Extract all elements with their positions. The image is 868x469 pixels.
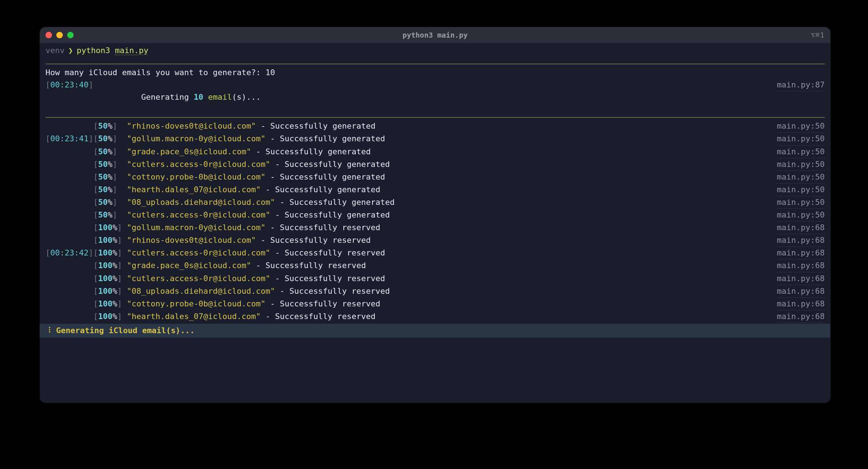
titlebar: python3 main.py ⌥⌘1: [40, 27, 830, 43]
generating-lead: Generating: [141, 92, 194, 102]
percent-badge: [100%]: [93, 221, 127, 234]
log-row: [100%]"rhinos-doves0t@icloud.com" - Succ…: [45, 234, 825, 247]
log-row: [50%]"rhinos-doves0t@icloud.com" - Succe…: [45, 120, 825, 133]
percent-badge: [50%]: [93, 184, 127, 196]
shell-prompt[interactable]: venv ❯ python3 main.py: [40, 43, 830, 57]
percent-badge: [50%]: [93, 133, 127, 145]
close-icon[interactable]: [45, 32, 52, 38]
source-ref: main.py:50: [777, 209, 825, 221]
spinner-icon: ⠸: [45, 324, 51, 337]
window-title: python3 main.py: [40, 31, 830, 39]
log-row: [50%]"grade.pace_0s@icloud.com" - Succes…: [45, 146, 825, 158]
log-content: "cottony.probe-0b@icloud.com" - Successf…: [127, 298, 772, 310]
timestamp: [00:23:40]: [45, 79, 93, 91]
percent-badge: [50%]: [93, 171, 127, 183]
log-row: [50%]"hearth.dales_07@icloud.com" - Succ…: [45, 184, 825, 196]
log-content: "gollum.macron-0y@icloud.com" - Successf…: [127, 221, 772, 234]
source-ref: main.py:50: [777, 146, 825, 158]
log-row: [100%]"hearth.dales_07@icloud.com" - Suc…: [45, 310, 825, 323]
log-row: [100%]"08_uploads.diehard@icloud.com" - …: [45, 285, 825, 298]
generating-mid: email: [203, 92, 232, 102]
divider: [45, 64, 825, 64]
window-controls: [45, 32, 74, 38]
log-row: [100%]"gollum.macron-0y@icloud.com" - Su…: [45, 221, 825, 234]
terminal-body[interactable]: How many iCloud emails you want to gener…: [40, 57, 830, 403]
timestamp: [00:23:42]: [45, 247, 93, 259]
log-content: "grade.pace_0s@icloud.com" - Successfull…: [127, 259, 772, 272]
source-ref: main.py:68: [777, 298, 825, 310]
log-content: "cutlers.access-0r@icloud.com" - Success…: [127, 209, 772, 221]
percent-badge: [100%]: [93, 310, 127, 323]
log-content: "08_uploads.diehard@icloud.com" - Succes…: [127, 196, 772, 208]
source-ref: main.py:68: [777, 234, 825, 247]
terminal-window: python3 main.py ⌥⌘1 venv ❯ python3 main.…: [40, 27, 830, 403]
generating-tail: (s)...: [232, 92, 261, 102]
log-content: "rhinos-doves0t@icloud.com" - Successful…: [127, 234, 772, 246]
question-answer: 10: [265, 66, 275, 79]
tab-shortcut: ⌥⌘1: [811, 31, 825, 39]
source-ref: main.py:68: [777, 247, 825, 259]
log-row: [00:23:41][50%]"gollum.macron-0y@icloud.…: [45, 133, 825, 145]
generating-line: [00:23:40] Generating 10 email(s)... mai…: [45, 79, 825, 116]
percent-badge: [100%]: [93, 259, 127, 272]
timestamp: [00:23:41]: [45, 133, 93, 145]
log-content: "08_uploads.diehard@icloud.com" - Succes…: [127, 285, 772, 297]
source-ref: main.py:50: [777, 184, 825, 196]
source-ref: main.py:68: [777, 221, 825, 234]
source-ref: main.py:50: [777, 196, 825, 209]
percent-badge: [100%]: [93, 247, 127, 259]
source-ref: main.py:68: [777, 285, 825, 298]
log-content: "cutlers.access-0r@icloud.com" - Success…: [127, 247, 772, 259]
percent-badge: [50%]: [93, 196, 127, 208]
percent-badge: [100%]: [93, 234, 127, 246]
percent-badge: [50%]: [93, 158, 127, 171]
source-ref: main.py:50: [777, 171, 825, 184]
percent-badge: [100%]: [93, 285, 127, 297]
prompt-command: python3: [77, 46, 110, 55]
log-row: [50%]"08_uploads.diehard@icloud.com" - S…: [45, 196, 825, 209]
question-line: How many iCloud emails you want to gener…: [45, 66, 825, 79]
log-content: "cutlers.access-0r@icloud.com" - Success…: [127, 272, 772, 285]
source-ref: main.py:50: [777, 158, 825, 171]
log-content: "grade.pace_0s@icloud.com" - Successfull…: [127, 146, 772, 158]
percent-badge: [50%]: [93, 120, 127, 132]
log-content: "gollum.macron-0y@icloud.com" - Successf…: [127, 133, 772, 145]
source-ref: main.py:68: [777, 310, 825, 323]
log-row: [50%]"cottony.probe-0b@icloud.com" - Suc…: [45, 171, 825, 184]
divider: [45, 117, 825, 118]
minimize-icon[interactable]: [56, 32, 63, 38]
status-line: ⠸ Generating iCloud email(s)...: [40, 324, 830, 337]
percent-badge: [50%]: [93, 146, 127, 158]
log-row: [100%]"cutlers.access-0r@icloud.com" - S…: [45, 272, 825, 285]
log-content: "cutlers.access-0r@icloud.com" - Success…: [127, 158, 772, 171]
prompt-caret: ❯: [65, 46, 77, 55]
question-text: How many iCloud emails you want to gener…: [45, 66, 265, 79]
log-content: "hearth.dales_07@icloud.com" - Successfu…: [127, 184, 772, 196]
source-ref: main.py:87: [777, 79, 825, 91]
source-ref: main.py:68: [777, 272, 825, 285]
source-ref: main.py:68: [777, 259, 825, 272]
prompt-arg: main.py: [115, 46, 148, 55]
prompt-env: venv: [45, 46, 65, 55]
source-ref: main.py:50: [777, 120, 825, 133]
log-content: "rhinos-doves0t@icloud.com" - Successful…: [127, 120, 772, 132]
log-row: [00:23:42][100%]"cutlers.access-0r@iclou…: [45, 247, 825, 259]
zoom-icon[interactable]: [67, 32, 74, 38]
log-row: [50%]"cutlers.access-0r@icloud.com" - Su…: [45, 158, 825, 171]
status-text: Generating iCloud email(s)...: [51, 324, 195, 337]
log-row: [50%]"cutlers.access-0r@icloud.com" - Su…: [45, 209, 825, 221]
log-content: "cottony.probe-0b@icloud.com" - Successf…: [127, 171, 772, 183]
percent-badge: [50%]: [93, 209, 127, 221]
percent-badge: [100%]: [93, 298, 127, 310]
log-row: [100%]"grade.pace_0s@icloud.com" - Succe…: [45, 259, 825, 272]
source-ref: main.py:50: [777, 133, 825, 145]
log-row: [100%]"cottony.probe-0b@icloud.com" - Su…: [45, 298, 825, 310]
generating-count: 10: [194, 92, 204, 102]
log-content: "hearth.dales_07@icloud.com" - Successfu…: [127, 310, 772, 323]
percent-badge: [100%]: [93, 272, 127, 285]
